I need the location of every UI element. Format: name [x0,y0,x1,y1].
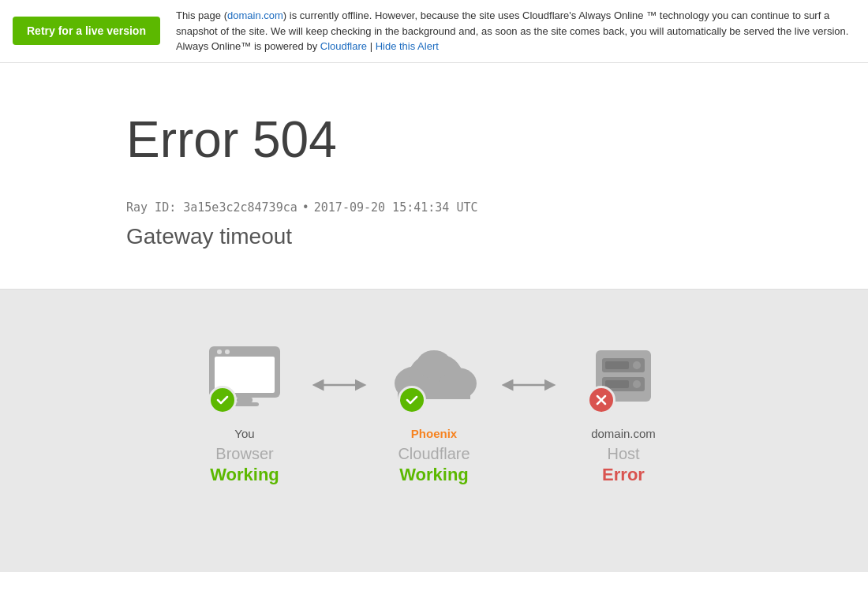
domain-status-badge [587,386,615,414]
you-status: Working [210,465,279,485]
svg-rect-4 [237,398,253,402]
phoenix-label-top: Phoenix [411,427,457,440]
double-arrow-icon-2 [501,376,556,399]
error-title: Error 504 [126,110,742,169]
svg-point-3 [225,349,230,354]
node-phoenix: Phoenix Cloudflare Working [371,337,497,485]
you-label-top: You [234,427,254,440]
dot-separator: • [302,200,309,215]
phoenix-status: Working [399,465,469,485]
you-type: Browser [215,445,273,463]
phoenix-status-badge [398,386,426,414]
svg-point-23 [633,380,641,388]
separator: | [367,40,376,52]
double-arrow-icon-1 [312,376,367,399]
arrow-1 [308,376,371,399]
domain-label-top: domain.com [591,427,656,440]
cloudflare-link[interactable]: Cloudflare [320,40,367,52]
domain-status: Error [602,465,645,485]
ray-id-label: Ray ID: [126,200,183,215]
node-you: You Browser Working [181,337,308,485]
ray-id-value: 3a15e3c2c84739ca [183,200,297,215]
you-status-badge [208,386,237,414]
svg-point-20 [633,361,641,369]
x-icon [594,393,608,407]
diagram-section: You Browser Working [0,290,868,572]
hide-alert-link[interactable]: Hide this Alert [376,40,439,52]
banner-intro: This page (domain.com) is currently offl… [176,9,848,37]
ray-id: Ray ID: 3a15e3c2c84739ca•2017-09-20 15:4… [126,200,742,215]
svg-point-13 [417,350,451,379]
arrow-2 [497,376,560,399]
domain-type: Host [607,445,639,463]
banner-text: This page (domain.com) is currently offl… [176,8,855,54]
top-banner: Retry for a live version This page (doma… [0,0,868,63]
checkmark-icon [215,393,230,407]
always-online-text: Always Online™ is powered by [176,40,320,52]
domain-link[interactable]: domain.com [227,9,283,21]
retry-button[interactable]: Retry for a live version [13,17,160,45]
phoenix-icon-wrapper [387,337,481,416]
you-icon-wrapper [197,337,292,416]
main-section: Error 504 Ray ID: 3a15e3c2c84739ca•2017-… [0,63,868,290]
checkmark-icon-2 [405,393,419,407]
svg-point-2 [217,349,222,354]
svg-rect-22 [605,380,629,388]
svg-rect-19 [605,361,629,369]
diagram: You Browser Working [181,337,687,485]
node-domain: domain.com Host Error [560,337,687,485]
domain-icon-wrapper [576,337,671,416]
timestamp: 2017-09-20 15:41:34 UTC [314,200,478,215]
gateway-timeout: Gateway timeout [126,224,742,249]
phoenix-type: Cloudflare [398,445,470,463]
